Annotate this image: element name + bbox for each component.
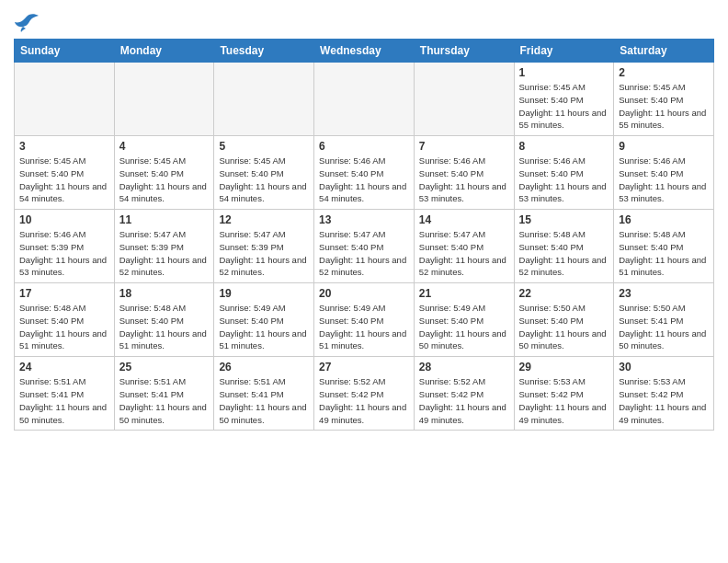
calendar-cell: 13Sunrise: 5:47 AM Sunset: 5:40 PM Dayli…	[314, 210, 415, 283]
calendar-cell: 18Sunrise: 5:48 AM Sunset: 5:40 PM Dayli…	[114, 283, 214, 357]
day-header-friday: Friday	[514, 40, 614, 63]
calendar-cell: 21Sunrise: 5:49 AM Sunset: 5:40 PM Dayli…	[414, 283, 514, 357]
calendar-cell: 16Sunrise: 5:48 AM Sunset: 5:40 PM Dayli…	[614, 210, 714, 283]
day-number: 28	[419, 361, 509, 373]
day-header-monday: Monday	[114, 40, 214, 63]
day-info: Sunrise: 5:46 AM Sunset: 5:40 PM Dayligh…	[519, 155, 609, 205]
day-number: 20	[319, 287, 409, 300]
day-number: 4	[119, 140, 210, 153]
day-info: Sunrise: 5:50 AM Sunset: 5:40 PM Dayligh…	[519, 302, 609, 352]
day-number: 23	[619, 287, 709, 300]
day-number: 13	[319, 213, 409, 226]
calendar-cell: 24Sunrise: 5:51 AM Sunset: 5:41 PM Dayli…	[15, 357, 115, 431]
day-header-tuesday: Tuesday	[214, 40, 314, 63]
day-number: 9	[619, 140, 709, 153]
calendar-header: SundayMondayTuesdayWednesdayThursdayFrid…	[15, 40, 714, 63]
calendar-table: SundayMondayTuesdayWednesdayThursdayFrid…	[14, 39, 714, 431]
day-info: Sunrise: 5:47 AM Sunset: 5:40 PM Dayligh…	[419, 228, 509, 279]
calendar-cell: 20Sunrise: 5:49 AM Sunset: 5:40 PM Dayli…	[314, 283, 415, 357]
week-row-5: 24Sunrise: 5:51 AM Sunset: 5:41 PM Dayli…	[15, 357, 714, 431]
calendar-cell	[214, 63, 314, 136]
week-row-3: 10Sunrise: 5:46 AM Sunset: 5:39 PM Dayli…	[15, 210, 714, 283]
calendar-cell: 8Sunrise: 5:46 AM Sunset: 5:40 PM Daylig…	[514, 136, 614, 210]
day-info: Sunrise: 5:45 AM Sunset: 5:40 PM Dayligh…	[619, 81, 709, 132]
calendar-cell: 15Sunrise: 5:48 AM Sunset: 5:40 PM Dayli…	[514, 210, 614, 283]
calendar-cell: 23Sunrise: 5:50 AM Sunset: 5:41 PM Dayli…	[614, 283, 714, 357]
day-number: 6	[319, 140, 409, 153]
week-row-4: 17Sunrise: 5:48 AM Sunset: 5:40 PM Dayli…	[15, 283, 714, 357]
day-number: 29	[519, 361, 609, 373]
calendar-cell: 30Sunrise: 5:53 AM Sunset: 5:42 PM Dayli…	[614, 357, 714, 431]
calendar-cell: 12Sunrise: 5:47 AM Sunset: 5:39 PM Dayli…	[214, 210, 314, 283]
calendar-cell: 2Sunrise: 5:45 AM Sunset: 5:40 PM Daylig…	[614, 63, 714, 136]
day-number: 27	[319, 361, 409, 373]
calendar-cell: 10Sunrise: 5:46 AM Sunset: 5:39 PM Dayli…	[15, 210, 115, 283]
day-info: Sunrise: 5:45 AM Sunset: 5:40 PM Dayligh…	[19, 155, 109, 205]
calendar-cell: 3Sunrise: 5:45 AM Sunset: 5:40 PM Daylig…	[15, 136, 115, 210]
calendar-cell: 14Sunrise: 5:47 AM Sunset: 5:40 PM Dayli…	[414, 210, 514, 283]
day-number: 11	[119, 213, 210, 226]
day-info: Sunrise: 5:52 AM Sunset: 5:42 PM Dayligh…	[419, 375, 509, 426]
day-number: 21	[419, 287, 509, 300]
calendar-cell: 11Sunrise: 5:47 AM Sunset: 5:39 PM Dayli…	[114, 210, 214, 283]
day-info: Sunrise: 5:53 AM Sunset: 5:42 PM Dayligh…	[519, 375, 609, 426]
week-row-1: 1Sunrise: 5:45 AM Sunset: 5:40 PM Daylig…	[15, 63, 714, 136]
day-number: 26	[219, 361, 309, 373]
logo-icon	[14, 13, 40, 33]
day-number: 14	[419, 213, 509, 226]
day-info: Sunrise: 5:51 AM Sunset: 5:41 PM Dayligh…	[19, 375, 109, 426]
day-number: 1	[519, 66, 609, 79]
day-info: Sunrise: 5:45 AM Sunset: 5:40 PM Dayligh…	[119, 155, 210, 205]
day-header-saturday: Saturday	[614, 40, 714, 63]
day-number: 8	[519, 140, 609, 153]
calendar-cell: 26Sunrise: 5:51 AM Sunset: 5:41 PM Dayli…	[214, 357, 314, 431]
day-info: Sunrise: 5:50 AM Sunset: 5:41 PM Dayligh…	[619, 302, 709, 352]
day-number: 10	[19, 213, 109, 226]
day-info: Sunrise: 5:46 AM Sunset: 5:40 PM Dayligh…	[419, 155, 509, 205]
calendar-cell	[15, 63, 115, 136]
day-info: Sunrise: 5:46 AM Sunset: 5:40 PM Dayligh…	[619, 155, 709, 205]
day-number: 25	[119, 361, 210, 373]
day-number: 15	[519, 213, 609, 226]
calendar-cell: 17Sunrise: 5:48 AM Sunset: 5:40 PM Dayli…	[15, 283, 115, 357]
calendar-cell: 19Sunrise: 5:49 AM Sunset: 5:40 PM Dayli…	[214, 283, 314, 357]
day-number: 30	[619, 361, 709, 373]
day-number: 17	[19, 287, 109, 300]
day-info: Sunrise: 5:49 AM Sunset: 5:40 PM Dayligh…	[319, 302, 409, 352]
day-info: Sunrise: 5:47 AM Sunset: 5:39 PM Dayligh…	[119, 228, 210, 279]
day-info: Sunrise: 5:46 AM Sunset: 5:39 PM Dayligh…	[19, 228, 109, 279]
day-info: Sunrise: 5:48 AM Sunset: 5:40 PM Dayligh…	[619, 228, 709, 279]
day-info: Sunrise: 5:45 AM Sunset: 5:40 PM Dayligh…	[219, 155, 309, 205]
calendar-cell: 25Sunrise: 5:51 AM Sunset: 5:41 PM Dayli…	[114, 357, 214, 431]
page-header	[14, 9, 714, 33]
week-row-2: 3Sunrise: 5:45 AM Sunset: 5:40 PM Daylig…	[15, 136, 714, 210]
day-number: 16	[619, 213, 709, 226]
day-number: 22	[519, 287, 609, 300]
day-header-thursday: Thursday	[414, 40, 514, 63]
day-info: Sunrise: 5:47 AM Sunset: 5:39 PM Dayligh…	[219, 228, 309, 279]
calendar-cell: 22Sunrise: 5:50 AM Sunset: 5:40 PM Dayli…	[514, 283, 614, 357]
day-info: Sunrise: 5:48 AM Sunset: 5:40 PM Dayligh…	[119, 302, 210, 352]
day-number: 24	[19, 361, 109, 373]
day-info: Sunrise: 5:51 AM Sunset: 5:41 PM Dayligh…	[119, 375, 210, 426]
calendar-cell	[114, 63, 214, 136]
day-number: 19	[219, 287, 309, 300]
calendar-cell: 7Sunrise: 5:46 AM Sunset: 5:40 PM Daylig…	[414, 136, 514, 210]
calendar-cell: 28Sunrise: 5:52 AM Sunset: 5:42 PM Dayli…	[414, 357, 514, 431]
calendar-cell: 5Sunrise: 5:45 AM Sunset: 5:40 PM Daylig…	[214, 136, 314, 210]
day-info: Sunrise: 5:49 AM Sunset: 5:40 PM Dayligh…	[219, 302, 309, 352]
day-number: 18	[119, 287, 210, 300]
calendar-cell	[414, 63, 514, 136]
day-info: Sunrise: 5:53 AM Sunset: 5:42 PM Dayligh…	[619, 375, 709, 426]
calendar-cell: 4Sunrise: 5:45 AM Sunset: 5:40 PM Daylig…	[114, 136, 214, 210]
day-info: Sunrise: 5:45 AM Sunset: 5:40 PM Dayligh…	[519, 81, 609, 132]
day-info: Sunrise: 5:49 AM Sunset: 5:40 PM Dayligh…	[419, 302, 509, 352]
calendar-cell: 6Sunrise: 5:46 AM Sunset: 5:40 PM Daylig…	[314, 136, 415, 210]
day-number: 12	[219, 213, 309, 226]
day-number: 3	[19, 140, 109, 153]
calendar-cell: 29Sunrise: 5:53 AM Sunset: 5:42 PM Dayli…	[514, 357, 614, 431]
calendar-cell: 27Sunrise: 5:52 AM Sunset: 5:42 PM Dayli…	[314, 357, 415, 431]
day-number: 2	[619, 66, 709, 79]
calendar-cell	[314, 63, 415, 136]
day-info: Sunrise: 5:46 AM Sunset: 5:40 PM Dayligh…	[319, 155, 409, 205]
